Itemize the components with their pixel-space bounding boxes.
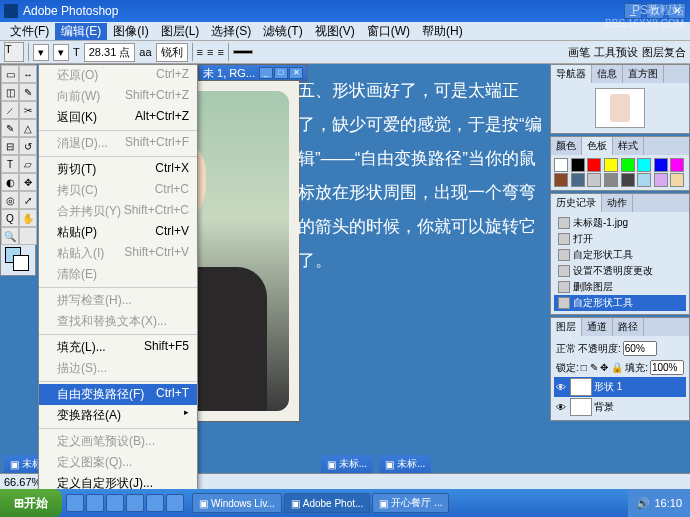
tool-button[interactable]: ◫ <box>1 83 19 101</box>
swatch[interactable] <box>621 158 635 172</box>
tool-button[interactable]: ▱ <box>19 155 37 173</box>
tab-info[interactable]: 信息 <box>592 65 623 83</box>
swatch[interactable] <box>571 173 585 187</box>
menu-item[interactable]: 填充(L)...Shift+F5 <box>39 337 197 358</box>
tool-button[interactable]: ⊟ <box>1 137 19 155</box>
history-item[interactable]: 未标题-1.jpg <box>554 215 686 231</box>
align-center-button[interactable]: ≡ <box>207 46 213 58</box>
text-color-swatch[interactable] <box>233 50 253 54</box>
menu-item[interactable]: 自由变换路径(F)Ctrl+T <box>39 384 197 405</box>
tool-button[interactable]: ⤢ <box>19 191 37 209</box>
ql-icon-6[interactable] <box>166 494 184 512</box>
tool-button[interactable]: ⟋ <box>1 101 19 119</box>
tab-styles[interactable]: 样式 <box>613 137 644 155</box>
tab-paths[interactable]: 路径 <box>613 318 644 336</box>
taskbar-task[interactable]: ▣开心餐厅 ... <box>372 493 449 513</box>
swatch[interactable] <box>670 158 684 172</box>
tool-button[interactable]: ✂ <box>19 101 37 119</box>
swatch[interactable] <box>654 158 668 172</box>
tray-icon[interactable]: 🔊 <box>636 497 650 510</box>
tool-button[interactable] <box>19 227 37 245</box>
menu-item[interactable]: 帮助(H) <box>416 23 469 40</box>
swatch[interactable] <box>587 173 601 187</box>
history-item[interactable]: 删除图层 <box>554 279 686 295</box>
blend-mode-dropdown[interactable]: 正常 <box>556 342 576 356</box>
swatch[interactable] <box>637 173 651 187</box>
tool-button[interactable]: T <box>1 155 19 173</box>
ql-icon-1[interactable] <box>66 494 84 512</box>
color-swatches[interactable] <box>1 245 35 275</box>
layer-row[interactable]: 👁形状 1 <box>554 377 686 397</box>
tool-preset-icon[interactable]: T <box>4 42 24 62</box>
opacity-input[interactable] <box>623 341 657 356</box>
menu-item[interactable]: 视图(V) <box>309 23 361 40</box>
tool-button[interactable]: ◐ <box>1 173 19 191</box>
navigator-thumbnail[interactable] <box>595 88 645 128</box>
right-label-1[interactable]: 画笔 <box>568 45 590 60</box>
tab-swatches[interactable]: 色板 <box>582 137 613 155</box>
tab-navigator[interactable]: 导航器 <box>551 65 592 83</box>
doc-minimize-button[interactable]: _ <box>259 67 273 79</box>
clock[interactable]: 16:10 <box>654 497 682 509</box>
swatch[interactable] <box>554 158 568 172</box>
font-size-dropdown[interactable]: 28.31 点 <box>84 43 136 62</box>
font-style-dropdown[interactable]: ▾ <box>53 44 69 61</box>
ql-icon-4[interactable] <box>126 494 144 512</box>
ql-icon-5[interactable] <box>146 494 164 512</box>
tool-button[interactable]: ↺ <box>19 137 37 155</box>
tool-button[interactable]: ✎ <box>19 83 37 101</box>
background-color[interactable] <box>13 255 29 271</box>
swatch[interactable] <box>604 158 618 172</box>
document-tab[interactable]: ▣未标... <box>379 455 431 473</box>
menu-item[interactable]: 变换路径(A) <box>39 405 197 426</box>
tool-button[interactable]: ◎ <box>1 191 19 209</box>
doc-maximize-button[interactable]: □ <box>274 67 288 79</box>
history-item[interactable]: 自定形状工具 <box>554 247 686 263</box>
taskbar-task[interactable]: ▣Windows Liv... <box>192 493 282 513</box>
swatch[interactable] <box>554 173 568 187</box>
swatch[interactable] <box>670 173 684 187</box>
menu-item[interactable]: 滤镜(T) <box>257 23 308 40</box>
visibility-icon[interactable]: 👁 <box>556 382 568 393</box>
menu-item[interactable]: 编辑(E) <box>55 23 107 40</box>
history-item[interactable]: 自定形状工具 <box>554 295 686 311</box>
tab-histogram[interactable]: 直方图 <box>623 65 664 83</box>
menu-item[interactable]: 选择(S) <box>205 23 257 40</box>
tool-button[interactable]: ✥ <box>19 173 37 191</box>
history-item[interactable]: 打开 <box>554 231 686 247</box>
document-tab[interactable]: ▣未标... <box>321 455 373 473</box>
taskbar-task[interactable]: ▣Adobe Phot... <box>284 493 371 513</box>
swatch[interactable] <box>654 173 668 187</box>
align-left-button[interactable]: ≡ <box>197 46 203 58</box>
history-item[interactable]: 设置不透明度更改 <box>554 263 686 279</box>
tool-button[interactable]: ✎ <box>1 119 19 137</box>
menu-item[interactable]: 剪切(T)Ctrl+X <box>39 159 197 180</box>
tab-channels[interactable]: 通道 <box>582 318 613 336</box>
ql-icon-2[interactable] <box>86 494 104 512</box>
swatch[interactable] <box>621 173 635 187</box>
swatch[interactable] <box>637 158 651 172</box>
menu-item[interactable]: 图层(L) <box>155 23 206 40</box>
lock-icons[interactable]: □ ✎ ✥ 🔒 <box>581 362 623 373</box>
system-tray[interactable]: 🔊 16:10 <box>628 489 690 517</box>
right-label-2[interactable]: 工具预设 <box>594 45 638 60</box>
tab-history[interactable]: 历史记录 <box>551 194 602 212</box>
tab-color[interactable]: 颜色 <box>551 137 582 155</box>
tool-button[interactable]: △ <box>19 119 37 137</box>
menu-item[interactable]: 图像(I) <box>107 23 154 40</box>
tool-button[interactable]: 🔍 <box>1 227 19 245</box>
menu-item[interactable]: 文件(F) <box>4 23 55 40</box>
font-family-dropdown[interactable]: ▾ <box>33 44 49 61</box>
layer-row[interactable]: 👁背景 <box>554 397 686 417</box>
layer-thumbnail[interactable] <box>570 398 592 416</box>
tool-button[interactable]: Q <box>1 209 19 227</box>
menu-item[interactable]: 返回(K)Alt+Ctrl+Z <box>39 107 197 128</box>
menu-item[interactable]: 窗口(W) <box>361 23 416 40</box>
tool-button[interactable]: ▭ <box>1 65 19 83</box>
tab-actions[interactable]: 动作 <box>602 194 633 212</box>
swatch[interactable] <box>604 173 618 187</box>
ql-icon-3[interactable] <box>106 494 124 512</box>
aa-dropdown[interactable]: 锐利 <box>156 43 188 62</box>
fill-input[interactable] <box>650 360 684 375</box>
swatch[interactable] <box>571 158 585 172</box>
